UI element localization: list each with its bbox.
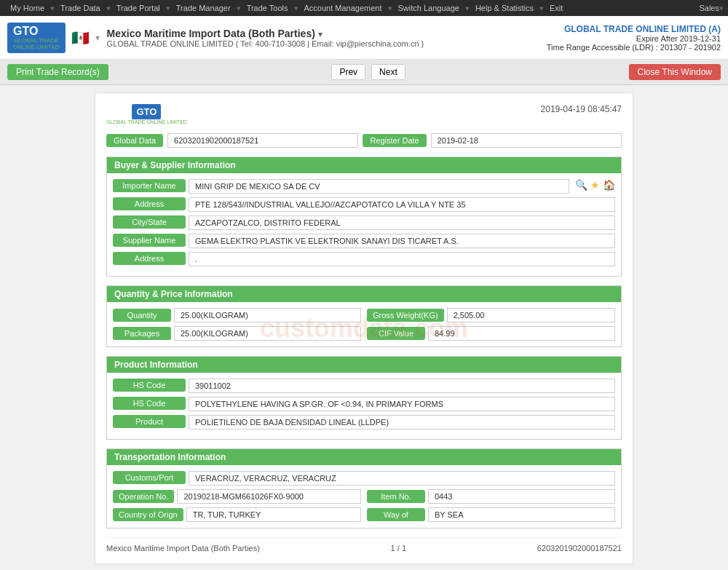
nav-help-statistics[interactable]: Help & Statistics (470, 4, 539, 12)
logo-area: GTO GLOBAL TRADEONLINE LIMITED 🇲🇽 ▾ (7, 23, 100, 53)
item-no-pair: Item No. 0443 (367, 489, 615, 504)
product-row: Product POLIETILENO DE BAJA DENSIDAD LIN… (113, 415, 615, 430)
header-contact: GLOBAL TRADE ONLINE LIMITED ( Tel: 400-7… (107, 39, 424, 48)
quantity-label: Quantity (113, 309, 171, 322)
header-right: GLOBAL TRADE ONLINE LIMITED (A) Expire A… (547, 24, 721, 52)
hs-code-value: 39011002 (189, 379, 615, 393)
prev-button[interactable]: Prev (331, 64, 365, 80)
supplier-address-value: . (189, 252, 615, 266)
main-content: customdata.com GTO GLOBAL TRADE ONLINE L… (0, 85, 728, 570)
country-origin-value: TR, TUR, TURKEY (186, 507, 361, 522)
product-header: Product Information (107, 357, 621, 373)
global-data-label: Global Data (106, 134, 163, 147)
header-expire: Expire After 2019-12-31 (547, 34, 721, 43)
gross-weight-label: Gross Weight(KG) (367, 309, 444, 322)
buyer-supplier-section: Buyer & Supplier Information Importer Na… (106, 157, 622, 277)
address-value: PTE 128/543//INDUSTRIAL VALLEJO//AZCAPOT… (189, 197, 615, 212)
card-logo-box: GTO (132, 104, 161, 119)
logo-sub: GLOBAL TRADEONLINE LIMITED (13, 37, 60, 50)
city-state-label: City/State (113, 215, 186, 229)
city-state-value: AZCAPOTZALCO, DISTRITO FEDERAL (189, 215, 615, 230)
home-icon[interactable]: 🏠 (603, 179, 615, 191)
country-way-row: Country of Orign TR, TUR, TURKEY Way of … (113, 507, 615, 522)
top-navigation: My Home ▾ Trade Data ▾ Trade Portal ▾ Tr… (0, 0, 728, 16)
search-icon[interactable]: 🔍 (575, 179, 587, 191)
global-data-row: Global Data 6203201902000187521 Register… (106, 133, 622, 148)
operation-no-label: Operation No. (113, 490, 174, 503)
importer-name-row: Importer Name MINI GRIP DE MEXICO SA DE … (113, 179, 615, 194)
item-no-label: Item No. (367, 490, 425, 503)
footer-page: 1 / 1 (391, 544, 406, 553)
header-ldr: Time Range Accessible (LDR) : 201307 - 2… (547, 43, 721, 52)
supplier-address-row: Address . (113, 252, 615, 266)
flag-dropdown-icon[interactable]: ▾ (95, 33, 100, 43)
nav-switch-language[interactable]: Switch Language (392, 4, 465, 12)
card-header: GTO GLOBAL TRADE ONLINE LIMITED 2019-04-… (106, 104, 622, 124)
hs-code-label: HS Code (113, 379, 186, 392)
operation-item-row: Operation No. 20190218-MGM661026FX0-9000… (113, 489, 615, 504)
header-bar: GTO GLOBAL TRADEONLINE LIMITED 🇲🇽 ▾ Mexi… (0, 16, 728, 60)
importer-actions: 🔍 ★ 🏠 (575, 179, 615, 191)
quantity-pair: Quantity 25.00(KILOGRAM) (113, 308, 361, 322)
next-button[interactable]: Next (371, 64, 405, 80)
nav-my-home[interactable]: My Home (4, 4, 50, 12)
buyer-supplier-header: Buyer & Supplier Information (107, 157, 621, 173)
packages-value: 25.00(KILOGRAM) (174, 326, 361, 341)
hs-code-desc-label: HS Code (113, 397, 186, 410)
supplier-name-label: Supplier Name (113, 234, 186, 247)
footer-record-number: 6203201902000187521 (537, 544, 622, 553)
packages-label: Packages (113, 327, 171, 340)
logo-box: GTO GLOBAL TRADEONLINE LIMITED (7, 23, 66, 53)
product-value: POLIETILENO DE BAJA DENSIDAD LINEAL (LLD… (189, 415, 615, 430)
quantity-price-section: Quantity & Price Information Quantity 25… (106, 285, 622, 347)
card-timestamp: 2019-04-19 08:45:47 (541, 104, 622, 114)
quantity-price-body: Quantity 25.00(KILOGRAM) Gross Weight(KG… (107, 302, 621, 347)
mexico-flag-icon: 🇲🇽 (71, 29, 90, 47)
country-origin-pair: Country of Orign TR, TUR, TURKEY (113, 507, 361, 522)
address-row: Address PTE 128/543//INDUSTRIAL VALLEJO/… (113, 197, 615, 212)
nav-account-management[interactable]: Account Management (298, 4, 388, 12)
quantity-price-header: Quantity & Price Information (107, 286, 621, 302)
gross-weight-value: 2,505.00 (447, 308, 615, 322)
cif-value-pair: CIF Value 84.99 (367, 326, 615, 341)
quantity-gross-row: Quantity 25.00(KILOGRAM) Gross Weight(KG… (113, 308, 615, 322)
nav-trade-manager[interactable]: Trade Manager (170, 4, 237, 12)
print-record-button[interactable]: Print Trade Record(s) (7, 64, 108, 80)
quantity-value: 25.00(KILOGRAM) (174, 308, 361, 322)
customs-port-row: Customs/Port VERACRUZ, VERACRUZ, VERACRU… (113, 471, 615, 486)
supplier-name-value: GEMA ELEKTRO PLASTIK VE ELEKTRONIK SANAY… (189, 234, 615, 248)
nav-exit[interactable]: Exit (544, 4, 569, 12)
title-dropdown-icon[interactable]: ▾ (318, 30, 323, 39)
logo-text: GTO (13, 25, 60, 37)
card-logo: GTO GLOBAL TRADE ONLINE LIMITED (106, 104, 187, 124)
close-window-button[interactable]: Close This Window (629, 64, 721, 80)
transportation-body: Customs/Port VERACRUZ, VERACRUZ, VERACRU… (107, 465, 621, 528)
nav-trade-data[interactable]: Trade Data (55, 4, 106, 12)
transportation-section: Transportation Information Customs/Port … (106, 448, 622, 529)
item-no-value: 0443 (428, 489, 615, 504)
address-label: Address (113, 197, 186, 210)
nav-trade-portal[interactable]: Trade Portal (111, 4, 166, 12)
nav-trade-tools[interactable]: Trade Tools (241, 4, 294, 12)
product-label: Product (113, 415, 186, 428)
register-date-value: 2019-02-18 (431, 133, 622, 148)
global-data-value: 6203201902000187521 (167, 133, 358, 148)
product-section: Product Information HS Code 39011002 HS … (106, 356, 622, 440)
customs-port-value: VERACRUZ, VERACRUZ, VERACRUZ (189, 471, 615, 486)
cif-value-label: CIF Value (367, 327, 425, 340)
packages-cif-row: Packages 25.00(KILOGRAM) CIF Value 84.99 (113, 326, 615, 341)
header-title-area: Mexico Maritime Import Data (Both Partie… (107, 28, 424, 48)
city-state-row: City/State AZCAPOTZALCO, DISTRITO FEDERA… (113, 215, 615, 230)
importer-name-value: MINI GRIP DE MEXICO SA DE CV (189, 179, 569, 194)
packages-pair: Packages 25.00(KILOGRAM) (113, 326, 361, 341)
star-icon[interactable]: ★ (590, 179, 600, 191)
hs-code-desc-row: HS Code POLYETHYLENE HAVING A SP.GR. OF … (113, 397, 615, 411)
gross-weight-pair: Gross Weight(KG) 2,505.00 (367, 308, 615, 322)
register-date-label: Register Date (363, 134, 426, 147)
record-footer: Mexico Maritime Import Data (Both Partie… (106, 537, 622, 553)
way-of-value: BY SEA (428, 507, 615, 522)
hs-code-row: HS Code 39011002 (113, 379, 615, 393)
buyer-supplier-body: Importer Name MINI GRIP DE MEXICO SA DE … (107, 173, 621, 276)
customs-port-label: Customs/Port (113, 471, 186, 484)
header-company-name: GLOBAL TRADE ONLINE LIMITED (A) (547, 24, 721, 34)
